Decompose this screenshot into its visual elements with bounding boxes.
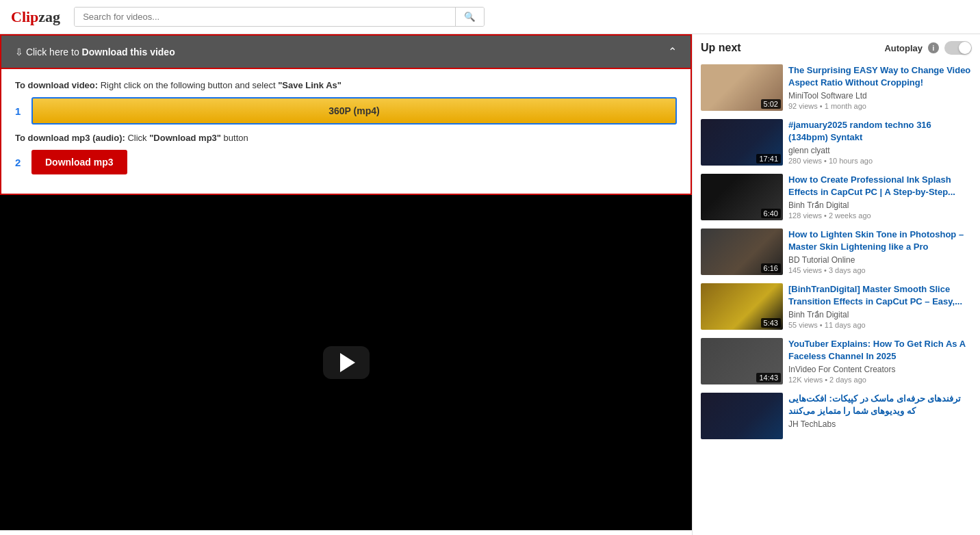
step2-middle: Click xyxy=(127,133,149,143)
step2-bold: "Download mp3" xyxy=(149,133,221,143)
video-thumbnail: 14:43 xyxy=(701,338,783,384)
step2-instruction: To download mp3 (audio): Click "Download… xyxy=(15,133,677,143)
video-list-item[interactable]: ترفندهای حرفه‌ای ماسک در کپیکات: افکت‌ها… xyxy=(701,393,972,439)
step1-row: 1 360P (mp4) xyxy=(15,97,677,125)
video-thumbnail: 6:16 xyxy=(701,229,783,275)
download-mp3-button[interactable]: Download mp3 xyxy=(31,150,127,174)
video-thumbnail: 6:40 xyxy=(701,174,783,220)
video-channel: InVideo For Content Creators xyxy=(788,365,972,374)
chevron-up-icon: ⌃ xyxy=(668,45,677,58)
header: Clipzag 🔍 xyxy=(0,0,980,34)
video-thumbnail: 5:02 xyxy=(701,64,783,111)
video-title: How to Lighten Skin Tone in Photoshop – … xyxy=(788,229,972,253)
step1-quoted: "Save Link As" xyxy=(278,80,341,90)
video-meta: 128 views • 2 weeks ago xyxy=(788,211,972,220)
video-duration: 17:41 xyxy=(756,154,781,164)
right-sidebar: Up next Autoplay i 5:02 The Surprising E… xyxy=(693,34,980,535)
video-channel: glenn clyatt xyxy=(788,146,972,155)
video-duration: 6:16 xyxy=(761,263,781,273)
autoplay-section: Autoplay i xyxy=(884,41,972,55)
step1-middle: Right click on the following button and … xyxy=(101,80,278,90)
video-title: [BinhTranDigital] Master Smooth Slice Tr… xyxy=(788,283,972,308)
toggle-knob xyxy=(959,42,971,54)
video-thumbnail: 5:43 xyxy=(701,283,783,330)
video-info: #jamuary2025 random techno 316 (134bpm) … xyxy=(788,119,972,166)
step1-prefix: To download video: xyxy=(15,80,101,90)
video-duration: 14:43 xyxy=(756,373,781,382)
step2-row: 2 Download mp3 xyxy=(15,150,677,174)
step2-prefix: To download mp3 (audio): xyxy=(15,133,127,143)
video-channel: BD Tutorial Online xyxy=(788,255,972,265)
video-info: ترفندهای حرفه‌ای ماسک در کپیکات: افکت‌ها… xyxy=(788,393,972,439)
step2-number: 2 xyxy=(15,157,25,168)
step1-instruction: To download video: Right click on the fo… xyxy=(15,80,677,90)
video-list-item[interactable]: 6:40 How to Create Professional Ink Spla… xyxy=(701,174,972,220)
video-list-item[interactable]: 5:02 The Surprising EASY Way to Change V… xyxy=(701,64,972,111)
video-list-item[interactable]: 5:43 [BinhTranDigital] Master Smooth Sli… xyxy=(701,283,972,330)
video-duration: 6:40 xyxy=(761,209,781,218)
step2-suffix: button xyxy=(224,133,248,143)
play-triangle-icon xyxy=(340,353,355,372)
autoplay-label: Autoplay xyxy=(884,43,923,53)
logo[interactable]: Clipzag xyxy=(11,8,60,26)
left-content: ⇩ Click here to Download this video ⌃ To… xyxy=(0,34,693,535)
download-bar-text: ⇩ Click here to Download this video xyxy=(15,47,175,57)
video-title: #jamuary2025 random techno 316 (134bpm) … xyxy=(788,119,972,144)
video-info: YouTuber Explains: How To Get Rich As A … xyxy=(788,338,972,384)
video-meta: 55 views • 11 days ago xyxy=(788,321,972,329)
video-duration: 5:43 xyxy=(761,318,781,328)
video-list-item[interactable]: 6:16 How to Lighten Skin Tone in Photosh… xyxy=(701,229,972,275)
video-channel: JH TechLabs xyxy=(788,419,972,429)
video-channel: Binh Trần Digital xyxy=(788,200,972,210)
video-title: The Surprising EASY Way to Change Video … xyxy=(788,64,972,89)
video-meta: 280 views • 10 hours ago xyxy=(788,157,972,165)
download-bold: Download this video xyxy=(82,47,175,57)
video-meta: 12K views • 2 days ago xyxy=(788,376,972,384)
video-thumbnail: 17:41 xyxy=(701,119,783,166)
video-thumbnail xyxy=(701,393,783,439)
video-title: ترفندهای حرفه‌ای ماسک در کپیکات: افکت‌ها… xyxy=(788,393,972,417)
info-icon: i xyxy=(928,42,939,53)
video-info: [BinhTranDigital] Master Smooth Slice Tr… xyxy=(788,283,972,330)
play-button[interactable] xyxy=(323,346,370,379)
autoplay-toggle[interactable] xyxy=(944,41,972,55)
video-meta: 145 views • 3 days ago xyxy=(788,266,972,274)
step1-number: 1 xyxy=(15,105,25,117)
video-player[interactable] xyxy=(0,195,692,530)
up-next-title: Up next xyxy=(701,42,741,54)
up-next-header: Up next Autoplay i xyxy=(701,41,972,55)
video-info: How to Create Professional Ink Splash Ef… xyxy=(788,174,972,220)
video-list: 5:02 The Surprising EASY Way to Change V… xyxy=(701,64,972,439)
video-channel: Binh Trần Digital xyxy=(788,310,972,319)
video-channel: MiniTool Software Ltd xyxy=(788,91,972,101)
video-title: YouTuber Explains: How To Get Rich As A … xyxy=(788,338,972,363)
main-container: ⇩ Click here to Download this video ⌃ To… xyxy=(0,34,980,535)
video-list-item[interactable]: 17:41 #jamuary2025 random techno 316 (13… xyxy=(701,119,972,166)
search-icon: 🔍 xyxy=(464,12,476,22)
search-input[interactable] xyxy=(75,8,455,26)
video-meta: 92 views • 1 month ago xyxy=(788,102,972,110)
download-icon: ⇩ xyxy=(15,47,26,57)
video-info: The Surprising EASY Way to Change Video … xyxy=(788,64,972,111)
video-title: How to Create Professional Ink Splash Ef… xyxy=(788,174,972,198)
download-bar[interactable]: ⇩ Click here to Download this video ⌃ xyxy=(0,34,692,69)
video-info: How to Lighten Skin Tone in Photoshop – … xyxy=(788,229,972,275)
download-section: To download video: Right click on the fo… xyxy=(0,69,692,195)
search-button[interactable]: 🔍 xyxy=(455,8,484,26)
video-list-item[interactable]: 14:43 YouTuber Explains: How To Get Rich… xyxy=(701,338,972,384)
download-360-button[interactable]: 360P (mp4) xyxy=(31,97,677,125)
download-prefix: Click here to xyxy=(26,47,82,57)
video-duration: 5:02 xyxy=(761,99,781,109)
search-bar: 🔍 xyxy=(74,7,485,27)
